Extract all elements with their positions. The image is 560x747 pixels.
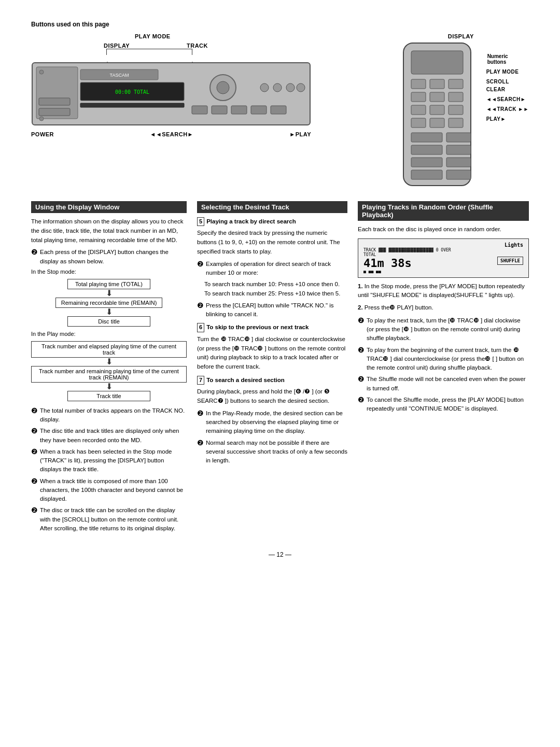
device-bottom-labels: POWER ◄◄SEARCH► ►PLAY — [31, 131, 311, 137]
play-label-bottom: ►PLAY — [289, 131, 311, 137]
svg-rect-32 — [411, 105, 426, 115]
display-bullet-0: ❷ The total number of tracks appears on … — [31, 406, 187, 425]
bullet-sym-b2: ❷ — [31, 447, 38, 456]
svg-point-18 — [297, 83, 305, 92]
display-window-col: Using the Display Window The information… — [31, 201, 192, 535]
shuffle-display-inner: TRACK ▓▓▓ ▓▓▓▓▓▓▓▓▓▓▓▓▓▓▓▓▓▓ 0 OVER TOTA… — [363, 248, 523, 274]
search-label-bottom: ◄◄SEARCH► — [150, 131, 193, 137]
bullet-sym-b1: ❷ — [31, 427, 38, 435]
remote-play-label: PLAY► — [486, 116, 529, 122]
shuffle-header: Playing Tracks in Random Order (Shuffle … — [358, 201, 529, 221]
shuffle-time: TRACK ▓▓▓ ▓▓▓▓▓▓▓▓▓▓▓▓▓▓▓▓▓▓ 0 OVER TOTA… — [363, 248, 451, 274]
num-sym-5: 5 — [197, 217, 204, 226]
play-mode-label: In the Play mode: — [31, 331, 187, 337]
device-column: PLAY MODE DISPLAY TRACK — [31, 33, 311, 137]
stop-arrow-1: ⬇ — [106, 308, 113, 316]
play-arrow-1: ⬇ — [106, 383, 113, 391]
selecting-track-header: Selecting the Desired Track — [197, 201, 347, 213]
display-window-press: ❷ Each press of the [DISPLAY] button cha… — [31, 248, 187, 266]
shuffle-sym-3: ❷ — [358, 396, 365, 404]
shuffle-step2: 2. Press the❿ PLAY] button. — [358, 303, 529, 312]
remote-right-labels: Numericbuttons PLAY MODE SCROLL CLEAR ◄◄… — [486, 51, 529, 122]
svg-rect-29 — [411, 92, 426, 102]
shuffle-step1: 1. In the Stop mode, press the [PLAY MOD… — [358, 282, 529, 300]
bullet-sym-ns: ❷ — [197, 439, 204, 447]
shuffle-sym-0: ❷ — [358, 316, 365, 325]
remote-play-mode-label: PLAY MODE — [486, 69, 529, 75]
stop-arrow-0: ⬇ — [106, 289, 113, 298]
svg-rect-25 — [411, 51, 463, 74]
remote-numeric-label: Numericbuttons — [487, 53, 529, 65]
play-arrow-0: ⬇ — [106, 358, 113, 366]
shuffle-time-value: 41m 38s — [363, 257, 451, 270]
svg-point-21 — [39, 117, 44, 121]
play-mode-label: PLAY MODE — [135, 33, 171, 39]
lights-label: Lights — [363, 242, 523, 248]
svg-rect-31 — [449, 92, 463, 102]
stop-flow-item-0: Total playing time (TOTAL) — [67, 279, 150, 289]
shuffle-badge: SHUFFLE — [497, 257, 523, 265]
svg-rect-12 — [271, 106, 286, 114]
svg-rect-33 — [430, 105, 444, 115]
svg-rect-11 — [251, 106, 267, 114]
num-sym-7: 7 — [197, 376, 204, 385]
svg-rect-28 — [449, 79, 463, 89]
num-sym-2: ❷ — [197, 260, 204, 269]
svg-point-7 — [217, 81, 229, 94]
num-sym-6: 6 — [197, 323, 204, 332]
svg-rect-14 — [39, 108, 70, 116]
svg-rect-10 — [231, 106, 247, 114]
svg-text:TASCAM: TASCAM — [110, 73, 129, 78]
svg-rect-44 — [411, 170, 442, 179]
shuffle-bullet-3: ❷ To cancel the Shuffle mode, press the … — [358, 396, 529, 414]
stop-flow-box: Total playing time (TOTAL) ⬇ Remaining r… — [31, 279, 187, 327]
examples-intro: ❷ Examples of operation for direct searc… — [197, 260, 347, 278]
bullet-sym-b3: ❷ — [31, 477, 38, 486]
device-area: PLAY MODE DISPLAY TRACK — [31, 33, 529, 191]
shuffle-bullet-0: ❷ To play the next track, turn the [❿ TR… — [358, 316, 529, 343]
remote-track-label: ◄◄TRACK ►► — [486, 106, 529, 112]
track-connector-line — [192, 49, 192, 55]
direct-search-intro: 5 Playing a track by direct search — [197, 217, 347, 226]
remote-display-label: DISPLAY — [393, 33, 529, 39]
display-label-top: DISPLAY — [104, 43, 130, 49]
examples-list: To search track number 10: Press +10 onc… — [197, 280, 347, 298]
normal-search-text: ❷ Normal search may not be possible if t… — [197, 439, 347, 466]
track-label-top: TRACK — [187, 43, 208, 49]
shuffle-bullet-2: ❷ The Shuffle mode will not be canceled … — [358, 375, 529, 393]
shuffle-sym-1: ❷ — [358, 346, 365, 355]
svg-rect-39 — [446, 133, 471, 142]
play-mode-flow: Track number and elapsed playing time of… — [31, 341, 187, 401]
svg-rect-26 — [411, 79, 426, 89]
play-flow-item-1: Track number and remaining playing time … — [31, 366, 187, 383]
svg-rect-36 — [430, 118, 444, 128]
buttons-used-label: Buttons used on this page — [31, 21, 529, 28]
svg-rect-35 — [411, 118, 426, 128]
svg-point-17 — [286, 83, 295, 92]
clear-text: ❷ Press the [CLEAR] button while "TRACK … — [197, 301, 347, 319]
page: Buttons used on this page PLAY MODE DISP… — [0, 0, 560, 747]
display-window-intro: The information shown on the display all… — [31, 217, 187, 245]
display-window-header: Using the Display Window — [31, 201, 187, 213]
svg-rect-27 — [430, 79, 444, 89]
three-col-content: Using the Display Window The information… — [31, 201, 529, 535]
play-flow-item-2: Track title — [67, 391, 150, 401]
examples-label: Examples of operation for direct search … — [206, 260, 347, 278]
bullet-sym-pr: ❷ — [197, 409, 204, 418]
svg-point-20 — [39, 70, 44, 74]
svg-rect-30 — [430, 92, 444, 102]
shuffle-track-info: TRACK ▓▓▓ ▓▓▓▓▓▓▓▓▓▓▓▓▓▓▓▓▓▓ 0 OVER — [363, 248, 451, 252]
stop-flow-item-2: Disc title — [67, 316, 150, 327]
stop-mode-flow: Total playing time (TOTAL) ⬇ Remaining r… — [31, 279, 187, 327]
play-flow-item-0: Track number and elapsed playing time of… — [31, 341, 187, 358]
example-1: To search track number 25: Press +10 twi… — [204, 289, 347, 298]
num-sym-press: ❷ — [197, 301, 204, 310]
svg-point-16 — [273, 83, 282, 92]
remote-scroll-label: SCROLL — [486, 79, 529, 84]
svg-rect-43 — [446, 158, 471, 167]
svg-rect-9 — [212, 106, 227, 114]
svg-text:00:00  TOTAL: 00:00 TOTAL — [115, 89, 149, 95]
remote-area: DISPLAY — [393, 33, 529, 191]
play-flow-box: Track number and elapsed playing time of… — [31, 341, 187, 401]
svg-rect-8 — [192, 106, 207, 114]
